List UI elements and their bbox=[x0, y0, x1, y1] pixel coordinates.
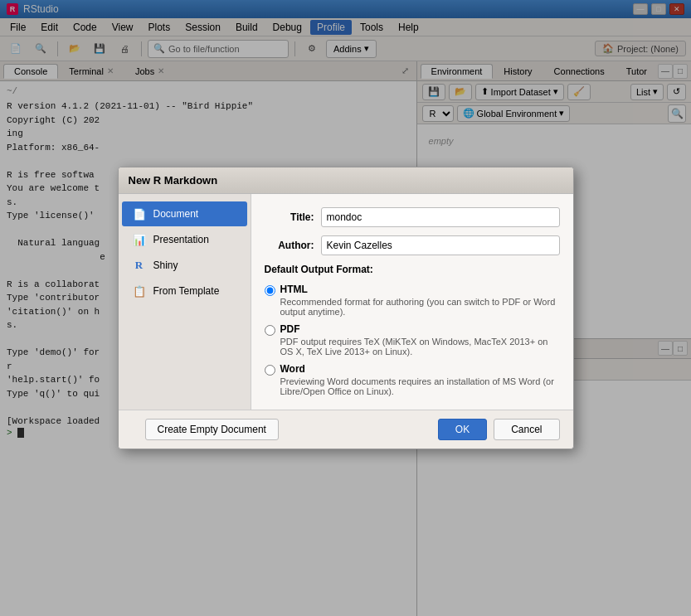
presentation-icon: 📊 bbox=[132, 232, 147, 247]
cancel-button[interactable]: Cancel bbox=[494, 419, 559, 440]
dialog-overlay: New R Markdown 📄 Document 📊 Presentation… bbox=[0, 0, 691, 616]
pdf-label: PDF bbox=[280, 323, 560, 335]
shiny-icon: R bbox=[132, 258, 147, 273]
create-empty-btn[interactable]: Create Empty Document bbox=[145, 419, 279, 440]
author-row: Author: bbox=[265, 235, 560, 255]
html-desc: Recommended format for authoring (you ca… bbox=[280, 297, 560, 317]
title-row: Title: bbox=[265, 207, 560, 227]
sidebar-template-label: From Template bbox=[153, 285, 220, 297]
output-option-word: Word Previewing Word documents requires … bbox=[265, 363, 560, 396]
sidebar-presentation-label: Presentation bbox=[153, 234, 209, 245]
output-option-pdf: PDF PDF output requires TeX (MiKTeX on W… bbox=[265, 323, 560, 357]
dialog-main: Title: Author: Default Output Format: HT… bbox=[251, 194, 573, 410]
new-rmarkdown-dialog: New R Markdown 📄 Document 📊 Presentation… bbox=[118, 167, 574, 449]
dialog-sidebar: 📄 Document 📊 Presentation R Shiny 📋 From… bbox=[119, 194, 251, 410]
html-radio[interactable] bbox=[265, 285, 275, 296]
title-input[interactable] bbox=[321, 207, 560, 227]
output-section-title: Default Output Format: bbox=[265, 264, 560, 275]
word-label: Word bbox=[280, 363, 560, 375]
ok-button[interactable]: OK bbox=[438, 419, 487, 440]
document-icon: 📄 bbox=[132, 206, 147, 221]
html-label: HTML bbox=[280, 284, 560, 295]
sidebar-shiny-label: Shiny bbox=[153, 259, 178, 271]
template-icon: 📋 bbox=[132, 284, 147, 298]
pdf-radio[interactable] bbox=[265, 325, 275, 336]
word-desc: Previewing Word documents requires an in… bbox=[280, 376, 560, 396]
word-radio[interactable] bbox=[265, 365, 275, 376]
dialog-footer: Create Empty Document OK Cancel bbox=[119, 410, 573, 449]
sidebar-item-presentation[interactable]: 📊 Presentation bbox=[122, 227, 247, 252]
sidebar-item-shiny[interactable]: R Shiny bbox=[122, 253, 247, 278]
dialog-body: 📄 Document 📊 Presentation R Shiny 📋 From… bbox=[119, 194, 573, 410]
title-label: Title: bbox=[265, 211, 314, 223]
pdf-desc: PDF output requires TeX (MiKTeX on Windo… bbox=[280, 337, 560, 357]
author-input[interactable] bbox=[321, 235, 560, 255]
sidebar-item-template[interactable]: 📋 From Template bbox=[122, 279, 247, 303]
output-option-html: HTML Recommended format for authoring (y… bbox=[265, 284, 560, 317]
dialog-title: New R Markdown bbox=[129, 174, 218, 187]
author-label: Author: bbox=[265, 240, 314, 251]
dialog-titlebar: New R Markdown bbox=[119, 167, 573, 194]
sidebar-document-label: Document bbox=[153, 208, 199, 220]
output-radio-group: HTML Recommended format for authoring (y… bbox=[265, 284, 560, 396]
sidebar-item-document[interactable]: 📄 Document bbox=[122, 201, 247, 226]
